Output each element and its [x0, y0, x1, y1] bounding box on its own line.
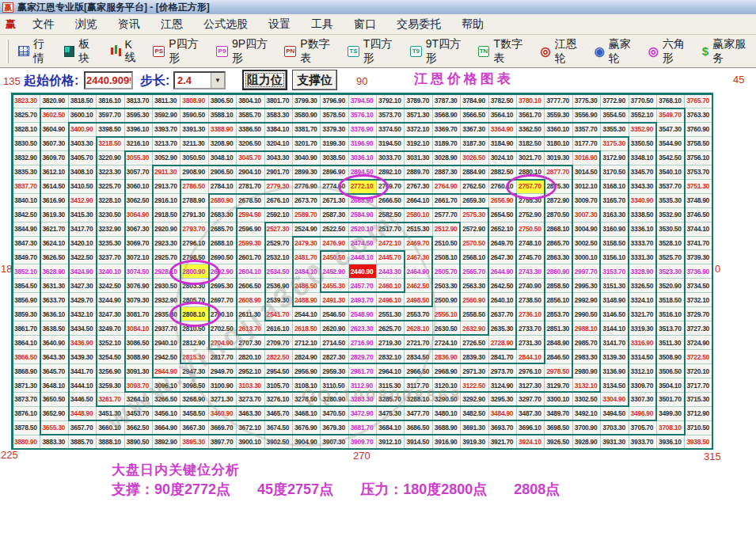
grid-cell: 3782.50 — [489, 94, 517, 108]
grid-cell: 2992.90 — [573, 293, 601, 307]
toolbar-item-quotes[interactable]: 行情 — [12, 37, 58, 66]
toolbar-item-t-square[interactable]: TST四方形 — [341, 37, 404, 66]
menu-item-file[interactable]: 文件 — [22, 16, 65, 32]
grid-cell: 2858.50 — [545, 279, 572, 293]
menu-item-gann[interactable]: 江恩 — [150, 16, 193, 32]
grid-cell: 3273.70 — [237, 393, 264, 407]
grid-cell: 2532.10 — [265, 250, 293, 264]
grid-cell: 2589.70 — [293, 208, 321, 222]
grid-cell: 3633.70 — [40, 293, 68, 307]
grid-cell: 2738.50 — [517, 293, 545, 307]
toolbar-item-p-number[interactable]: PNP数字表 — [278, 37, 341, 66]
toolbar-item-kline[interactable]: K线 — [104, 38, 146, 65]
toolbar-item-sectors[interactable]: 板块 — [58, 37, 104, 66]
grid-cell: 3108.10 — [293, 378, 321, 393]
grid-cell: 3801.70 — [265, 94, 293, 108]
grid-cell: 2812.90 — [180, 336, 208, 350]
grid-cell: 2796.10 — [180, 237, 208, 251]
grid-cell: 2700.10 — [209, 307, 237, 321]
toolbar-item-9t-square[interactable]: T99T四方形 — [404, 37, 472, 66]
grid-cell: 3220.90 — [97, 151, 124, 165]
grid-cell-key-level: 2808.10 — [180, 307, 208, 321]
grid-cell: 3492.10 — [573, 407, 601, 421]
grid-cell: 2656.90 — [489, 194, 517, 208]
grid-cell: 3244.90 — [97, 293, 124, 307]
menu-item-window[interactable]: 窗口 — [344, 16, 386, 32]
step-value: 2.4 — [175, 74, 211, 86]
grid-cell: 2464.90 — [405, 264, 432, 279]
grid-cell: 2479.30 — [293, 237, 321, 251]
toolbar-item-9p-square[interactable]: P99P四方形 — [210, 37, 278, 66]
menu-item-browse[interactable]: 浏览 — [65, 16, 108, 32]
grid-cell: 2546.50 — [321, 307, 348, 321]
toolbar-item-p-square[interactable]: PSP四方形 — [146, 37, 210, 66]
grid-cell: 2776.90 — [293, 180, 321, 194]
grid-cell: 3252.10 — [97, 336, 124, 350]
step-select[interactable]: 2.4 ▼ — [173, 71, 226, 89]
grid-cell: 3626.50 — [40, 250, 68, 264]
menu-item-help[interactable]: 帮助 — [451, 16, 494, 32]
grid-cell: 3019.30 — [545, 151, 572, 165]
toolbar-item-t-number[interactable]: TNT数字表 — [472, 37, 534, 66]
menu-item-news[interactable]: 资讯 — [108, 16, 150, 32]
grid-cell: 3907.30 — [321, 435, 348, 450]
grid-cell: 2726.50 — [461, 336, 488, 350]
grid-cell: 3794.50 — [349, 94, 377, 108]
grid-cell: 2666.50 — [377, 194, 405, 208]
grid-cell: 2678.50 — [237, 194, 264, 208]
grid-cell: 3429.70 — [69, 293, 97, 307]
support-button[interactable]: 支撑位 — [292, 70, 337, 90]
grid-cell: 2500.90 — [433, 293, 461, 307]
toolbar-item-label: P数字表 — [300, 37, 335, 66]
footer-analysis-segment: 支撑：90度2772点 — [112, 481, 230, 497]
grid-cell: 3180.10 — [545, 137, 572, 151]
grid-cell: 3820.90 — [40, 94, 68, 108]
grid-cell: 3362.50 — [517, 123, 545, 137]
grid-cell: 3828.10 — [13, 123, 40, 137]
grid-cell: 2995.30 — [573, 279, 601, 293]
grid-cell: 3592.90 — [153, 108, 180, 123]
resistance-button[interactable]: 阻力位 — [242, 70, 287, 90]
grid-cell: 3792.10 — [377, 94, 405, 108]
toolbar-item-gann-wheel[interactable]: ◎江恩轮 — [534, 37, 588, 66]
grid-cell: 3415.30 — [69, 208, 97, 222]
grid-cell: 2906.50 — [209, 165, 237, 180]
grid-cell: 3609.70 — [40, 151, 68, 165]
footer-analysis-segment: 压力：180度2800点 — [360, 481, 487, 497]
grid-cell: 3261.70 — [97, 393, 124, 407]
chevron-down-icon[interactable]: ▼ — [211, 73, 224, 88]
menu-item-formula-stock-pick[interactable]: 公式选股 — [193, 16, 258, 32]
grid-cell: 3103.30 — [237, 378, 264, 393]
grid-cell: 2719.30 — [377, 336, 405, 350]
grid-cell: 3513.70 — [657, 321, 685, 336]
toolbar-item-hexagon[interactable]: ◎六角形 — [642, 37, 696, 66]
grid-cell: 2488.90 — [293, 293, 321, 307]
grid-cell: 2529.70 — [265, 237, 293, 251]
grid-cell: 3787.30 — [433, 94, 461, 108]
grid-cell-key-level: 2772.10 — [349, 180, 377, 194]
grid-cell: 3842.50 — [13, 208, 40, 222]
toolbar-item-winner-wheel[interactable]: ◉赢家轮 — [588, 37, 642, 66]
grid-cell: 2539.30 — [265, 293, 293, 307]
toolbar-separator — [6, 40, 9, 63]
menu-item-tools[interactable]: 工具 — [301, 16, 344, 32]
start-price-input[interactable] — [84, 71, 133, 89]
toolbar-item-winner-service[interactable]: $赢家服务 — [696, 37, 756, 66]
grid-cell: 2762.50 — [461, 180, 488, 194]
grid-cell: 3172.90 — [601, 151, 629, 165]
menu-item-settings[interactable]: 设置 — [258, 16, 301, 32]
grid-cell: 2805.70 — [180, 293, 208, 307]
grid-cell: 3196.90 — [349, 137, 377, 151]
grid-cell: 2904.10 — [237, 165, 264, 180]
grid-cell-key-level: 2800.90 — [180, 264, 208, 279]
grid-cell: 3638.50 — [40, 321, 68, 336]
grid-cell: 3780.10 — [517, 94, 545, 108]
grid-cell: 2642.50 — [489, 279, 517, 293]
grid-cell: 2527.30 — [265, 222, 293, 237]
menu-item-trade-order[interactable]: 交易委托 — [386, 16, 451, 32]
toolbar-item-label: 赢家轮 — [609, 37, 636, 66]
grid-cell: 3681.70 — [349, 421, 377, 435]
grid-cell: 3650.50 — [40, 393, 68, 407]
grid-cell: 3158.50 — [601, 237, 629, 251]
grid-cell: 2846.50 — [545, 350, 572, 364]
